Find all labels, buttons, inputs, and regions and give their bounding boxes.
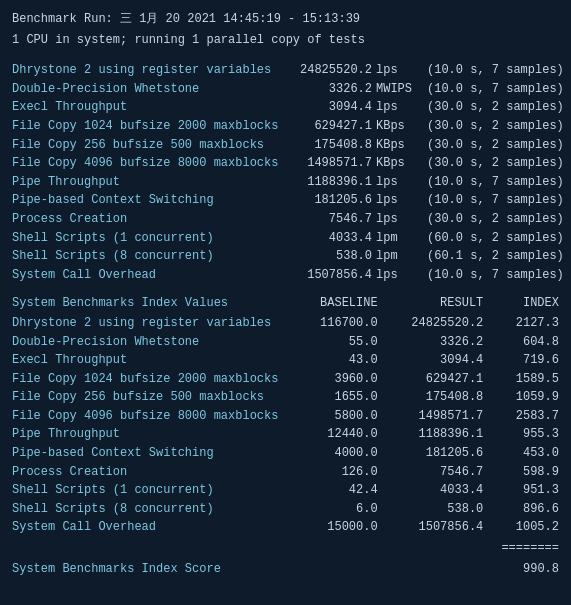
bench-note: (10.0 s, 7 samples) xyxy=(427,61,559,80)
bench-value: 3094.4 xyxy=(282,98,372,117)
index-header-index: INDEX xyxy=(499,294,559,313)
bench-note: (60.0 s, 2 samples) xyxy=(427,229,559,248)
index-section: System Benchmarks Index Values BASELINE … xyxy=(12,294,559,537)
bench-unit: lps xyxy=(372,191,427,210)
index-header-row: System Benchmarks Index Values BASELINE … xyxy=(12,294,559,313)
bench-unit: lpm xyxy=(372,247,427,266)
bench-note: (10.0 s, 7 samples) xyxy=(427,173,559,192)
index-row-index: 1059.9 xyxy=(499,388,559,407)
index-row-name: File Copy 256 bufsize 500 maxblocks xyxy=(12,388,282,407)
bench-name: Execl Throughput xyxy=(12,98,282,117)
header-line2: 1 CPU in system; running 1 parallel copy… xyxy=(12,31,559,50)
index-row-name: Shell Scripts (1 concurrent) xyxy=(12,481,282,500)
bench-unit: KBps xyxy=(372,117,427,136)
index-row-baseline: 4000.0 xyxy=(298,444,378,463)
bench-name: Shell Scripts (1 concurrent) xyxy=(12,229,282,248)
benchmark-row: Double-Precision Whetstone 3326.2 MWIPS … xyxy=(12,80,559,99)
bench-unit: lps xyxy=(372,61,427,80)
index-row: Dhrystone 2 using register variables 116… xyxy=(12,314,559,333)
bench-name: Dhrystone 2 using register variables xyxy=(12,61,282,80)
bench-unit: MWIPS xyxy=(372,80,427,99)
index-row-result: 4033.4 xyxy=(393,481,483,500)
bench-note: (30.0 s, 2 samples) xyxy=(427,154,559,173)
index-row-name: System Call Overhead xyxy=(12,518,282,537)
bench-note: (10.0 s, 7 samples) xyxy=(427,80,559,99)
index-row: File Copy 4096 bufsize 8000 maxblocks 58… xyxy=(12,407,559,426)
bench-unit: lpm xyxy=(372,229,427,248)
benchmark-row: Pipe-based Context Switching 181205.6 lp… xyxy=(12,191,559,210)
benchmark-row: File Copy 4096 bufsize 8000 maxblocks 14… xyxy=(12,154,559,173)
bench-value: 4033.4 xyxy=(282,229,372,248)
index-row-baseline: 43.0 xyxy=(298,351,378,370)
index-row-name: Execl Throughput xyxy=(12,351,282,370)
bench-unit: KBps xyxy=(372,136,427,155)
index-row-index: 896.6 xyxy=(499,500,559,519)
bench-value: 629427.1 xyxy=(282,117,372,136)
benchmark-row: Execl Throughput 3094.4 lps (30.0 s, 2 s… xyxy=(12,98,559,117)
index-row-baseline: 15000.0 xyxy=(298,518,378,537)
bench-name: Pipe-based Context Switching xyxy=(12,191,282,210)
index-row-index: 1005.2 xyxy=(499,518,559,537)
bench-value: 1498571.7 xyxy=(282,154,372,173)
bench-unit: KBps xyxy=(372,154,427,173)
index-row: Shell Scripts (8 concurrent) 6.0 538.0 8… xyxy=(12,500,559,519)
bench-note: (60.1 s, 2 samples) xyxy=(427,247,559,266)
benchmark-row: Process Creation 7546.7 lps (30.0 s, 2 s… xyxy=(12,210,559,229)
bench-value: 175408.8 xyxy=(282,136,372,155)
bench-unit: lps xyxy=(372,266,427,285)
index-row-name: Pipe-based Context Switching xyxy=(12,444,282,463)
bench-note: (30.0 s, 2 samples) xyxy=(427,210,559,229)
index-row: File Copy 1024 bufsize 2000 maxblocks 39… xyxy=(12,370,559,389)
index-row-baseline: 116700.0 xyxy=(298,314,378,333)
benchmark-row: System Call Overhead 1507856.4 lps (10.0… xyxy=(12,266,559,285)
benchmark-row: File Copy 256 bufsize 500 maxblocks 1754… xyxy=(12,136,559,155)
index-row-baseline: 55.0 xyxy=(298,333,378,352)
index-row-name: File Copy 4096 bufsize 8000 maxblocks xyxy=(12,407,282,426)
index-row-result: 7546.7 xyxy=(393,463,483,482)
bench-value: 1188396.1 xyxy=(282,173,372,192)
benchmark-row: File Copy 1024 bufsize 2000 maxblocks 62… xyxy=(12,117,559,136)
index-row-index: 2127.3 xyxy=(499,314,559,333)
index-row: Execl Throughput 43.0 3094.4 719.6 xyxy=(12,351,559,370)
bench-value: 7546.7 xyxy=(282,210,372,229)
benchmark-row: Pipe Throughput 1188396.1 lps (10.0 s, 7… xyxy=(12,173,559,192)
index-header-baseline: BASELINE xyxy=(298,294,378,313)
final-score-row: System Benchmarks Index Score 990.8 xyxy=(12,560,559,579)
index-row: File Copy 256 bufsize 500 maxblocks 1655… xyxy=(12,388,559,407)
index-row-result: 3326.2 xyxy=(393,333,483,352)
index-header-result: RESULT xyxy=(393,294,483,313)
separator: ======== xyxy=(12,539,559,558)
index-row: Pipe Throughput 12440.0 1188396.1 955.3 xyxy=(12,425,559,444)
index-row-name: Pipe Throughput xyxy=(12,425,282,444)
bench-unit: lps xyxy=(372,98,427,117)
header-line1: Benchmark Run: 三 1月 20 2021 14:45:19 - 1… xyxy=(12,10,559,29)
bench-name: System Call Overhead xyxy=(12,266,282,285)
index-row: System Call Overhead 15000.0 1507856.4 1… xyxy=(12,518,559,537)
bench-note: (10.0 s, 7 samples) xyxy=(427,266,559,285)
bench-name: File Copy 256 bufsize 500 maxblocks xyxy=(12,136,282,155)
bench-value: 24825520.2 xyxy=(282,61,372,80)
index-row-index: 1589.5 xyxy=(499,370,559,389)
bench-unit: lps xyxy=(372,210,427,229)
bench-note: (10.0 s, 7 samples) xyxy=(427,191,559,210)
index-row-baseline: 42.4 xyxy=(298,481,378,500)
index-row-baseline: 5800.0 xyxy=(298,407,378,426)
index-row-result: 181205.6 xyxy=(393,444,483,463)
index-row-name: Dhrystone 2 using register variables xyxy=(12,314,282,333)
final-score-value: 990.8 xyxy=(523,560,559,579)
index-row-baseline: 1655.0 xyxy=(298,388,378,407)
bench-name: Pipe Throughput xyxy=(12,173,282,192)
index-row: Shell Scripts (1 concurrent) 42.4 4033.4… xyxy=(12,481,559,500)
bench-value: 538.0 xyxy=(282,247,372,266)
bench-note: (30.0 s, 2 samples) xyxy=(427,117,559,136)
bench-note: (30.0 s, 2 samples) xyxy=(427,136,559,155)
index-row-baseline: 6.0 xyxy=(298,500,378,519)
index-row-baseline: 3960.0 xyxy=(298,370,378,389)
index-row-index: 955.3 xyxy=(499,425,559,444)
bench-name: File Copy 4096 bufsize 8000 maxblocks xyxy=(12,154,282,173)
index-header-name: System Benchmarks Index Values xyxy=(12,294,282,313)
bench-value: 1507856.4 xyxy=(282,266,372,285)
bench-name: Double-Precision Whetstone xyxy=(12,80,282,99)
index-row-result: 1507856.4 xyxy=(393,518,483,537)
index-row-result: 1188396.1 xyxy=(393,425,483,444)
